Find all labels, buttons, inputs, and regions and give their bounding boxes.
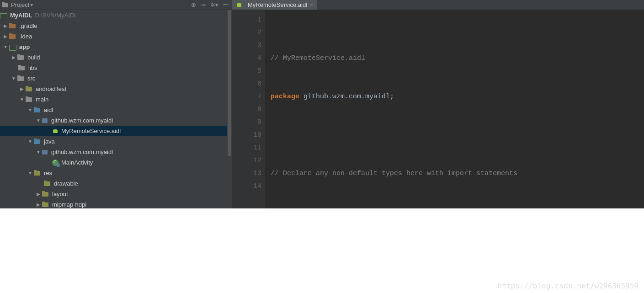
- tree-label: res: [44, 170, 52, 176]
- chevron-down-icon[interactable]: ▼: [36, 149, 41, 154]
- tree-pkg-aidl[interactable]: ▼ github.wzm.com.myaidl: [0, 115, 232, 126]
- tree-main[interactable]: ▼ main: [0, 94, 232, 105]
- tab-file-label: MyRemoteService.aidl: [248, 1, 307, 8]
- line-number: 7: [232, 91, 261, 103]
- tree-label: java: [44, 138, 55, 145]
- chevron-down-icon[interactable]: ▼: [36, 118, 41, 123]
- tree-root[interactable]: MyAIDL D:\SVN\MyAIDL: [0, 10, 232, 21]
- line-number: 2: [232, 27, 261, 39]
- line-number: 14: [232, 180, 261, 193]
- tree-label: aidl: [44, 107, 53, 113]
- close-tab-icon[interactable]: ×: [310, 2, 313, 8]
- module-icon: [0, 12, 7, 19]
- tree-main-activity[interactable]: MainActivity: [0, 157, 232, 168]
- tree-build[interactable]: ▶ build: [0, 52, 232, 63]
- scroll-thumb[interactable]: [228, 10, 231, 156]
- target-icon[interactable]: ⊕: [191, 1, 196, 8]
- tree-aidl-file[interactable]: MyRemoteService.aidl: [0, 126, 232, 136]
- chevron-right-icon[interactable]: ▶: [36, 202, 41, 207]
- folder-icon: [42, 202, 49, 208]
- tree-aidl[interactable]: ▼ aidl: [0, 105, 232, 115]
- line-number: 6: [232, 78, 261, 91]
- tab-file[interactable]: MyRemoteService.aidl ×: [232, 0, 317, 10]
- tree-layout[interactable]: ▶ layout: [0, 189, 232, 199]
- tree-label: github.wzm.com.myaidl: [51, 117, 113, 124]
- folder-icon: [34, 139, 41, 144]
- chevron-down-icon[interactable]: ▼: [3, 44, 8, 49]
- tree-label: mipmap-hdpi: [52, 201, 86, 208]
- android-icon: [52, 128, 59, 134]
- tree-label: layout: [52, 191, 68, 197]
- tree-label: .gradle: [19, 22, 37, 29]
- chevron-right-icon[interactable]: ▶: [19, 86, 25, 91]
- tree-label: MyRemoteService.aidl: [61, 128, 121, 134]
- editor-tabs: MyRemoteService.aidl ×: [232, 0, 644, 10]
- line-number: 12: [232, 154, 261, 167]
- chevron-down-icon[interactable]: ▼: [27, 170, 33, 176]
- tree-idea[interactable]: ▶ .idea: [0, 31, 232, 42]
- folder-icon: [17, 54, 25, 60]
- tree-drawable[interactable]: drawable: [0, 178, 232, 189]
- tree-label: src: [27, 75, 35, 82]
- code-text: github.wzm.com.myaidl;: [299, 93, 394, 101]
- chevron-down-icon[interactable]: ▼: [19, 97, 25, 102]
- chevron-down-icon[interactable]: ▼: [27, 107, 33, 112]
- line-number: 13: [232, 167, 261, 180]
- collapse-icon[interactable]: ⇥: [201, 1, 206, 8]
- tool-icons: ⊕ ⇥ ✲▾ ⭰: [191, 1, 229, 8]
- tree-label: .idea: [19, 33, 32, 40]
- folder-icon: [26, 96, 33, 102]
- code-line: // MyRemoteService.aidl: [271, 54, 365, 62]
- tree-label: main: [36, 96, 48, 103]
- chevron-right-icon[interactable]: ▶: [3, 34, 8, 39]
- project-dropdown[interactable]: Project ▾: [11, 1, 33, 8]
- current-line-highlight: [265, 39, 644, 52]
- line-number: 5: [232, 65, 261, 78]
- folder-icon: [9, 33, 16, 39]
- tree-res[interactable]: ▼ res: [0, 168, 232, 178]
- line-number: 1: [232, 14, 261, 27]
- module-icon: [9, 44, 16, 50]
- gear-icon[interactable]: ✲▾: [210, 1, 218, 8]
- tree-label: app: [19, 43, 30, 50]
- folder-icon: [42, 191, 49, 197]
- line-number: 10: [232, 129, 261, 142]
- folder-icon: [18, 65, 26, 71]
- hide-icon[interactable]: ⭰: [223, 1, 229, 8]
- folder-icon: [34, 170, 41, 176]
- folder-icon: [2, 2, 9, 8]
- root-path: D:\SVN\MyAIDL: [35, 12, 77, 19]
- chevron-down-icon[interactable]: ▼: [11, 76, 16, 81]
- class-icon: [52, 160, 59, 166]
- tree-androidtest[interactable]: ▶ androidTest: [0, 84, 232, 94]
- toolbar: Project ▾ ⊕ ⇥ ✲▾ ⭰ MyRemoteService.aidl …: [0, 0, 644, 10]
- root-name: MyAIDL: [10, 12, 32, 19]
- tree-java[interactable]: ▼ java: [0, 136, 232, 147]
- line-number: 11: [232, 142, 261, 154]
- tree-label: github.wzm.com.myaidl: [51, 149, 113, 155]
- folder-icon: [17, 75, 25, 81]
- tree-gradle[interactable]: ▶ .gradle: [0, 21, 232, 31]
- tree-label: libs: [28, 64, 37, 71]
- chevron-right-icon[interactable]: ▶: [11, 55, 16, 60]
- tree-app[interactable]: ▼ app: [0, 42, 232, 52]
- watermark: https://blog.csdn.net/w296365959: [498, 282, 639, 290]
- android-icon: [236, 2, 242, 8]
- tree-libs[interactable]: libs: [0, 63, 232, 73]
- line-number: 8: [232, 103, 261, 116]
- chevron-right-icon[interactable]: ▶: [3, 23, 8, 28]
- code-line: [271, 129, 644, 142]
- chevron-down-icon: ▾: [30, 1, 33, 8]
- tree-label: build: [27, 54, 40, 61]
- chevron-down-icon[interactable]: ▼: [27, 139, 33, 144]
- tree-pkg-java[interactable]: ▼ github.wzm.com.myaidl: [0, 147, 232, 157]
- folder-icon: [34, 107, 41, 113]
- tree-src[interactable]: ▼ src: [0, 73, 232, 84]
- folder-icon: [9, 23, 16, 29]
- package-icon: [42, 117, 48, 124]
- line-number: 9: [232, 116, 261, 129]
- chevron-right-icon[interactable]: ▶: [36, 192, 41, 197]
- project-dropdown-label: Project: [11, 1, 29, 8]
- tree-label: androidTest: [36, 85, 66, 92]
- folder-icon: [44, 181, 51, 186]
